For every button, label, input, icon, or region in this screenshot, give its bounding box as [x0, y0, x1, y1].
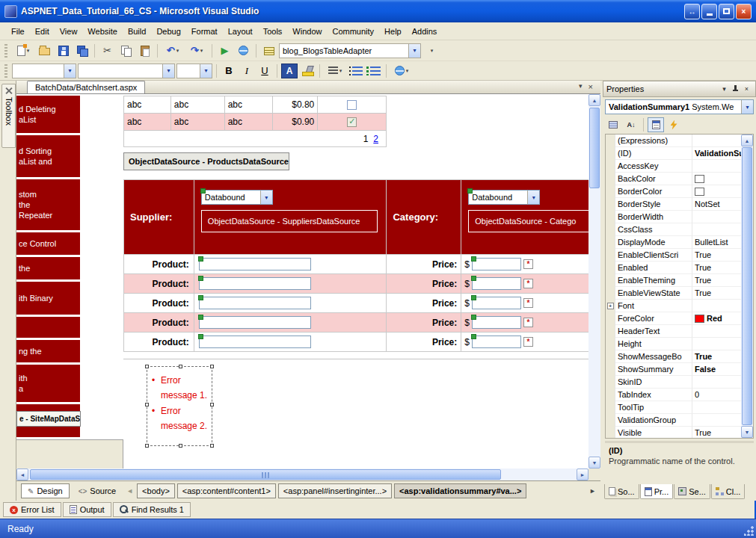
property-value[interactable]: True: [692, 262, 741, 274]
italic-button[interactable]: I: [239, 64, 255, 78]
smart-tag-anchor-icon[interactable]: [198, 315, 203, 320]
tag-navigator-chip[interactable]: <body>: [137, 483, 175, 498]
property-row[interactable]: + BorderStyle NotSet: [606, 198, 741, 211]
property-value[interactable]: Red: [692, 312, 741, 325]
smart-tag-anchor-icon[interactable]: [471, 256, 476, 262]
property-value[interactable]: [692, 223, 741, 236]
property-value[interactable]: [692, 160, 741, 173]
property-value[interactable]: [692, 401, 741, 414]
expand-icon[interactable]: +: [607, 303, 614, 309]
validation-summary-control[interactable]: Error message 1.Error message 2.: [147, 366, 212, 446]
scrollbar-thumb[interactable]: [589, 108, 600, 188]
bullet-list-button[interactable]: [366, 64, 382, 78]
smart-tag-anchor-icon[interactable]: [198, 256, 203, 262]
combo-dropdown-button[interactable]: ▾: [64, 64, 76, 78]
menu-item[interactable]: Edit: [30, 24, 55, 39]
menu-item[interactable]: File: [6, 24, 30, 39]
adapter-combo[interactable]: blog_BlogsTableAdapter ▾: [279, 43, 421, 58]
validator-glyph-icon[interactable]: *: [523, 259, 533, 269]
resize-handle[interactable]: [210, 403, 214, 406]
combo-dropdown-button[interactable]: ▾: [200, 64, 212, 78]
property-row[interactable]: + Visible True: [606, 427, 741, 439]
resize-grip[interactable]: [744, 526, 754, 536]
product-name-textbox[interactable]: [199, 336, 311, 348]
nav-menu-item[interactable]: d Deleting aList: [16, 96, 80, 133]
property-value[interactable]: True: [692, 427, 741, 439]
menu-item[interactable]: Format: [186, 24, 223, 39]
cut-button[interactable]: ✂: [99, 43, 116, 59]
tag-navigator-chip[interactable]: <asp:content#content1>: [177, 483, 276, 498]
menu-item[interactable]: Help: [379, 24, 407, 39]
resize-handle[interactable]: [179, 365, 182, 368]
output-tab[interactable]: Output: [63, 502, 111, 517]
sitemap-datasource-label[interactable]: e - SiteMapDataSource1: [16, 411, 81, 427]
scroll-up-button[interactable]: ▲: [588, 94, 600, 106]
design-view-tab[interactable]: ✎ Design: [21, 483, 70, 498]
open-file-button[interactable]: [36, 43, 53, 59]
validator-glyph-icon[interactable]: *: [523, 337, 533, 347]
style-combo[interactable]: ▾: [12, 64, 76, 78]
bold-button[interactable]: B: [221, 64, 237, 78]
menu-item[interactable]: Addins: [407, 24, 443, 39]
categories-dropdown[interactable]: Databound ▾: [468, 190, 540, 205]
property-value[interactable]: [692, 185, 741, 198]
start-debug-button[interactable]: ▶: [216, 43, 233, 59]
smart-tag-anchor-icon[interactable]: [198, 334, 203, 339]
resize-handle[interactable]: [145, 444, 149, 448]
property-value[interactable]: True: [692, 249, 741, 262]
property-value[interactable]: NotSet: [692, 198, 741, 211]
nav-menu-item[interactable]: d Sorting aList and: [16, 135, 80, 177]
menu-item[interactable]: Layout: [223, 24, 258, 39]
scroll-down-button[interactable]: ▼: [741, 426, 753, 438]
validator-glyph-icon[interactable]: *: [523, 279, 533, 288]
window-menu-button[interactable]: ▾: [719, 84, 730, 95]
close-button[interactable]: ×: [736, 4, 752, 19]
save-button[interactable]: [55, 43, 72, 59]
server-explorer-tab[interactable]: Se...: [674, 484, 710, 499]
scrollbar-thumb[interactable]: [30, 469, 501, 480]
suppliers-dropdown[interactable]: Databound ▾: [201, 190, 273, 205]
property-value[interactable]: [692, 300, 741, 312]
property-row[interactable]: + ShowSummary False: [606, 363, 741, 376]
property-row[interactable]: + (Expressions): [606, 134, 741, 147]
property-row[interactable]: + BorderColor: [606, 185, 741, 198]
underline-button[interactable]: U: [256, 64, 273, 78]
paste-button[interactable]: [136, 43, 153, 59]
menu-item[interactable]: Window: [287, 24, 327, 39]
numbered-list-button[interactable]: [348, 64, 364, 78]
property-row[interactable]: + BackColor: [606, 173, 741, 185]
property-value[interactable]: 0: [692, 389, 741, 401]
property-row[interactable]: + TabIndex 0: [606, 389, 741, 401]
property-value[interactable]: True: [692, 287, 741, 300]
row-checkbox[interactable]: [347, 100, 357, 110]
property-row[interactable]: + EnableViewState True: [606, 287, 741, 300]
copy-button[interactable]: [117, 43, 135, 59]
nav-menu-item[interactable]: ith Binary: [16, 282, 80, 315]
suppliers-datasource-control[interactable]: ObjectDataSource - SuppliersDataSource: [201, 210, 378, 232]
property-value[interactable]: [692, 338, 741, 350]
find-results-tab[interactable]: Find Results 1: [113, 502, 191, 517]
tag-navigator-chip[interactable]: <asp:validationsummary#va...>: [394, 483, 526, 498]
property-row[interactable]: + EnableClientScri True: [606, 249, 741, 262]
menu-item[interactable]: Build: [123, 24, 151, 39]
property-value[interactable]: BulletList: [692, 236, 741, 249]
nav-menu-item[interactable]: ng the: [16, 340, 80, 362]
pager-page-link[interactable]: 2: [373, 134, 378, 144]
property-value[interactable]: [692, 211, 741, 223]
property-value[interactable]: False: [692, 363, 741, 376]
class-view-tab[interactable]: Cl...: [711, 484, 746, 499]
resize-handle[interactable]: [145, 403, 149, 406]
browse-button[interactable]: [235, 43, 252, 59]
tag-nav-left-button[interactable]: ◄: [125, 487, 135, 495]
product-name-textbox[interactable]: [199, 277, 311, 290]
categorized-button[interactable]: [605, 117, 621, 132]
row-checkbox[interactable]: [347, 117, 357, 127]
active-files-dropdown-button[interactable]: ▾: [579, 82, 583, 91]
combo-dropdown-button[interactable]: ▾: [408, 44, 420, 58]
undo-button[interactable]: ↶▾: [162, 43, 184, 59]
categories-datasource-control[interactable]: ObjectDataSource - Catego: [468, 210, 588, 232]
toolbar-grip[interactable]: [4, 64, 7, 78]
property-row[interactable]: + ToolTip: [606, 401, 741, 414]
nav-menu-item[interactable]: the: [16, 257, 80, 279]
property-value[interactable]: [692, 325, 741, 338]
